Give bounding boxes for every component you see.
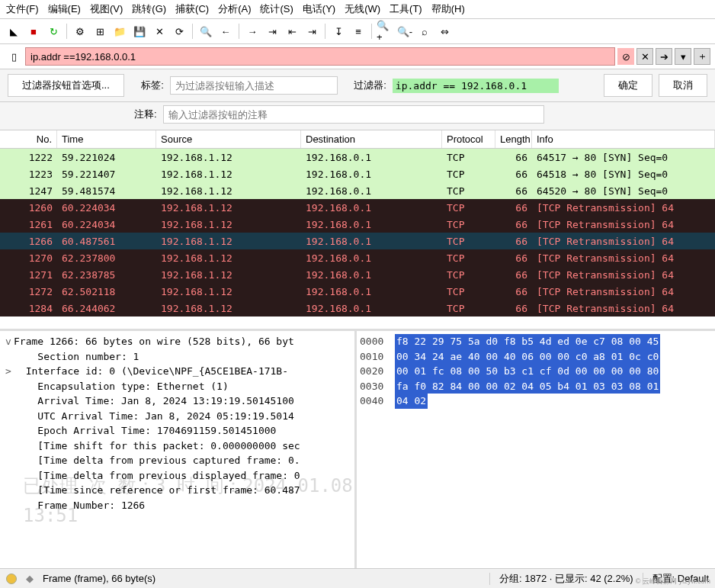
menu-item[interactable]: 统计(S)	[260, 2, 293, 16]
packet-row[interactable]: 126660.487561192.168.1.12192.168.0.1TCP6…	[0, 233, 715, 249]
label-label: 标签:	[130, 79, 164, 92]
detail-line[interactable]: [Time delta from previous captured frame…	[3, 453, 351, 468]
detail-line[interactable]: Epoch Arrival Time: 1704691159.501451000	[3, 423, 351, 439]
hex-row[interactable]: 0030fa f0 82 84 00 00 02 04 05 b4 01 03 …	[360, 379, 712, 394]
arrow-left-icon[interactable]: ←	[216, 22, 235, 40]
hex-row[interactable]: 002000 01 fc 08 00 50 b3 c1 cf 0d 00 00 …	[360, 364, 712, 379]
add-filter-button[interactable]: ＋	[694, 48, 710, 65]
watermark-source: © 云峰资源网 yfzyw.com	[636, 577, 710, 586]
packet-detail-pane[interactable]: 已处理 次 数：3 时 间：2024.01.08 13:51 vFrame 12…	[0, 331, 354, 568]
menu-item[interactable]: 文件(F)	[6, 2, 39, 16]
shark-fin-icon[interactable]: ◣	[5, 22, 23, 40]
save-icon[interactable]: 💾	[130, 22, 149, 40]
bookmark-icon[interactable]: ▯	[5, 47, 23, 66]
packet-row[interactable]: 127262.502118192.168.1.12192.168.0.1TCP6…	[0, 283, 715, 300]
menu-item[interactable]: 工具(T)	[390, 2, 422, 16]
packet-row[interactable]: 122259.221024192.168.1.12192.168.0.1TCP6…	[0, 149, 715, 165]
goto-last-icon[interactable]: ⇥	[303, 22, 321, 40]
label-input[interactable]	[170, 76, 338, 95]
menu-item[interactable]: 跳转(G)	[132, 2, 166, 16]
restart-icon[interactable]: ↻	[44, 22, 63, 40]
hex-dump-pane[interactable]: 0000f8 22 29 75 5a d0 f8 b5 4d ed 0e c7 …	[357, 331, 715, 568]
detail-line[interactable]: [Time shift for this packet: 0.000000000…	[3, 439, 351, 454]
packet-list-header[interactable]: No. Time Source Destination Protocol Len…	[0, 130, 715, 149]
filter-label: 过滤器:	[344, 79, 386, 92]
cancel-button[interactable]: 取消	[659, 74, 707, 97]
close-filter-button[interactable]: ✕	[636, 48, 653, 65]
detail-line[interactable]: Arrival Time: Jan 8, 2024 13:19:19.50145…	[3, 394, 351, 409]
menu-item[interactable]: 帮助(H)	[431, 2, 465, 16]
menu-item[interactable]: 捕获(C)	[175, 2, 209, 16]
comment-input[interactable]	[163, 105, 544, 124]
menu-item[interactable]: 无线(W)	[345, 2, 380, 16]
stop-icon[interactable]: ■	[24, 22, 43, 40]
filter-comment-row: 注释:	[0, 102, 715, 130]
detail-line[interactable]: Encapsulation type: Ethernet (1)	[3, 379, 351, 394]
detail-line[interactable]: [Time since reference or first frame: 60…	[3, 483, 351, 498]
main-toolbar: ◣■↻⚙⊞📁💾✕⟳🔍←→⇥⇤⇥↧≡🔍+🔍-⌕⇔	[0, 19, 715, 44]
packet-list-body[interactable]: 小黄鸭 XIAOHUANGYA 122259.221024192.168.1.1…	[0, 149, 715, 329]
comment-label: 注释:	[134, 108, 157, 121]
filter-value-display[interactable]: ip.addr == 192.168.0.1	[393, 79, 559, 93]
menu-item[interactable]: 电话(Y)	[303, 2, 335, 16]
hex-row[interactable]: 0000f8 22 29 75 5a d0 f8 b5 4d ed 0e c7 …	[360, 334, 712, 349]
display-filter-input[interactable]	[25, 47, 615, 66]
resize-columns-icon[interactable]: ⇔	[435, 22, 454, 40]
col-length[interactable]: Length	[495, 130, 532, 148]
col-protocol[interactable]: Protocol	[442, 130, 495, 148]
search-icon[interactable]: 🔍	[197, 22, 215, 40]
apply-filter-button[interactable]: ➔	[656, 48, 672, 65]
hex-row[interactable]: 001000 34 24 ae 40 00 40 06 00 00 c0 a8 …	[360, 349, 712, 365]
expert-info-icon[interactable]: ◆	[26, 573, 34, 584]
colorize-icon[interactable]: ≡	[349, 22, 367, 40]
detail-line[interactable]: [Time delta from previous displayed fram…	[3, 468, 351, 484]
jump-icon[interactable]: ⇥	[263, 22, 281, 40]
packet-row[interactable]: 127162.238785192.168.1.12192.168.0.1TCP6…	[0, 266, 715, 283]
hex-row[interactable]: 004004 02	[360, 394, 712, 409]
menu-item[interactable]: 视图(V)	[90, 2, 123, 16]
detail-line[interactable]: UTC Arrival Time: Jan 8, 2024 05:19:19.5…	[3, 409, 351, 424]
goto-first-icon[interactable]: ⇤	[283, 22, 301, 40]
detail-line[interactable]: > Interface id: 0 (\Device\NPF_{A5CE1BEA…	[3, 364, 351, 379]
status-frame-info: Frame (frame), 66 byte(s)	[43, 573, 156, 584]
menu-item[interactable]: 编辑(E)	[48, 2, 81, 16]
capture-status-led-icon	[6, 574, 17, 584]
packet-row[interactable]: 124759.481574192.168.1.12192.168.0.1TCP6…	[0, 182, 715, 199]
detail-line[interactable]: Frame Number: 1266	[3, 498, 351, 513]
arrow-right-icon[interactable]: →	[243, 22, 261, 40]
col-destination[interactable]: Destination	[301, 130, 442, 148]
filter-prefs-button[interactable]: 过滤器按钮首选项...	[8, 74, 124, 97]
col-source[interactable]: Source	[156, 130, 301, 148]
packet-row[interactable]: 126160.224034192.168.1.12192.168.0.1TCP6…	[0, 216, 715, 233]
auto-scroll-icon[interactable]: ↧	[329, 22, 348, 40]
clear-filter-icon[interactable]: ⊘	[617, 48, 634, 65]
filter-dropdown-icon[interactable]: ▾	[675, 48, 691, 65]
ok-button[interactable]: 确定	[604, 74, 652, 97]
packet-row[interactable]: 122359.221407192.168.1.12192.168.0.1TCP6…	[0, 165, 715, 182]
bottom-panes: 已处理 次 数：3 时 间：2024.01.08 13:51 vFrame 12…	[0, 331, 715, 568]
col-time[interactable]: Time	[57, 130, 156, 148]
filter-button-config-row: 过滤器按钮首选项... 标签: 过滤器: ip.addr == 192.168.…	[0, 69, 715, 102]
detail-line[interactable]: vFrame 1266: 66 bytes on wire (528 bits)…	[3, 334, 351, 349]
folder-open-icon[interactable]: 📁	[111, 22, 129, 40]
status-packet-count: 分组: 1872 · 已显示: 42 (2.2%)	[499, 572, 633, 586]
statusbar: ◆ Frame (frame), 66 byte(s) 分组: 1872 · 已…	[0, 568, 715, 588]
zoom-reset-icon[interactable]: ⌕	[415, 22, 434, 40]
reload-icon[interactable]: ⟳	[170, 22, 188, 40]
packet-row[interactable]: 126060.224034192.168.1.12192.168.0.1TCP6…	[0, 199, 715, 216]
col-info[interactable]: Info	[532, 130, 715, 148]
detail-line[interactable]: Section number: 1	[3, 349, 351, 365]
display-filter-bar: ▯ ⊘ ✕ ➔ ▾ ＋	[0, 44, 715, 69]
col-no[interactable]: No.	[0, 130, 57, 148]
packet-row[interactable]: 127062.237800192.168.1.12192.168.0.1TCP6…	[0, 249, 715, 266]
options-icon[interactable]: ⊞	[91, 22, 109, 40]
zoom-in-icon[interactable]: 🔍+	[376, 22, 394, 40]
close-icon[interactable]: ✕	[150, 22, 168, 40]
gear-icon[interactable]: ⚙	[71, 22, 89, 40]
packet-list-pane: No. Time Source Destination Protocol Len…	[0, 130, 715, 329]
menubar: 文件(F)编辑(E)视图(V)跳转(G)捕获(C)分析(A)统计(S)电话(Y)…	[0, 0, 715, 19]
packet-row[interactable]: 128466.244062192.168.1.12192.168.0.1TCP6…	[0, 300, 715, 316]
menu-item[interactable]: 分析(A)	[218, 2, 251, 16]
zoom-out-icon[interactable]: 🔍-	[396, 22, 414, 40]
